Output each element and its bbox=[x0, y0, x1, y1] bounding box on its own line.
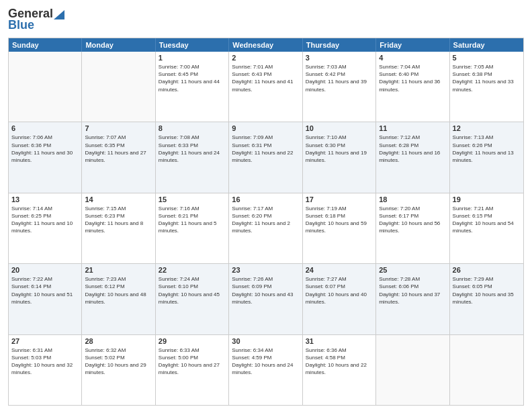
day-info: Sunrise: 6:32 AM Sunset: 5:02 PM Dayligh… bbox=[85, 347, 152, 377]
day-number: 22 bbox=[159, 266, 226, 274]
day-number: 9 bbox=[232, 124, 299, 132]
day-info: Sunrise: 7:09 AM Sunset: 6:31 PM Dayligh… bbox=[232, 134, 299, 164]
day-info: Sunrise: 6:34 AM Sunset: 4:59 PM Dayligh… bbox=[232, 347, 299, 377]
day-info: Sunrise: 7:07 AM Sunset: 6:35 PM Dayligh… bbox=[85, 134, 152, 164]
day-info: Sunrise: 6:33 AM Sunset: 5:00 PM Dayligh… bbox=[159, 347, 226, 377]
day-info: Sunrise: 7:29 AM Sunset: 6:05 PM Dayligh… bbox=[453, 275, 521, 306]
day-cell-14: 14Sunrise: 7:15 AM Sunset: 6:23 PM Dayli… bbox=[82, 193, 155, 263]
header-day-tuesday: Tuesday bbox=[156, 38, 229, 52]
logo-icon bbox=[54, 9, 64, 19]
calendar-body: 1Sunrise: 7:00 AM Sunset: 6:45 PM Daylig… bbox=[9, 52, 523, 405]
day-info: Sunrise: 7:03 AM Sunset: 6:42 PM Dayligh… bbox=[306, 63, 373, 93]
day-info: Sunrise: 7:22 AM Sunset: 6:14 PM Dayligh… bbox=[11, 275, 79, 306]
header-day-thursday: Thursday bbox=[303, 38, 376, 52]
day-cell-26: 26Sunrise: 7:29 AM Sunset: 6:05 PM Dayli… bbox=[450, 264, 523, 334]
day-info: Sunrise: 7:16 AM Sunset: 6:21 PM Dayligh… bbox=[159, 205, 226, 235]
calendar-row-1: 6Sunrise: 7:06 AM Sunset: 6:36 PM Daylig… bbox=[9, 122, 523, 192]
day-number: 15 bbox=[159, 195, 226, 203]
day-cell-9: 9Sunrise: 7:09 AM Sunset: 6:31 PM Daylig… bbox=[229, 122, 302, 192]
calendar-row-2: 13Sunrise: 7:14 AM Sunset: 6:25 PM Dayli… bbox=[9, 193, 523, 263]
empty-cell-4-5 bbox=[376, 335, 449, 405]
day-cell-4: 4Sunrise: 7:04 AM Sunset: 6:40 PM Daylig… bbox=[376, 52, 449, 122]
day-info: Sunrise: 6:36 AM Sunset: 4:58 PM Dayligh… bbox=[306, 347, 373, 377]
header-day-saturday: Saturday bbox=[450, 38, 523, 52]
svg-marker-0 bbox=[54, 10, 64, 19]
day-cell-7: 7Sunrise: 7:07 AM Sunset: 6:35 PM Daylig… bbox=[82, 122, 155, 192]
day-number: 16 bbox=[232, 195, 299, 203]
day-number: 1 bbox=[159, 54, 226, 62]
header-day-friday: Friday bbox=[376, 38, 449, 52]
day-number: 27 bbox=[11, 337, 79, 345]
day-info: Sunrise: 7:17 AM Sunset: 6:20 PM Dayligh… bbox=[232, 205, 299, 235]
day-number: 6 bbox=[11, 124, 79, 132]
day-number: 30 bbox=[232, 337, 299, 345]
day-cell-1: 1Sunrise: 7:00 AM Sunset: 6:45 PM Daylig… bbox=[156, 52, 229, 122]
day-cell-24: 24Sunrise: 7:27 AM Sunset: 6:07 PM Dayli… bbox=[303, 264, 376, 334]
day-cell-22: 22Sunrise: 7:24 AM Sunset: 6:10 PM Dayli… bbox=[156, 264, 229, 334]
day-number: 28 bbox=[85, 337, 152, 345]
day-cell-13: 13Sunrise: 7:14 AM Sunset: 6:25 PM Dayli… bbox=[9, 193, 82, 263]
day-info: Sunrise: 7:13 AM Sunset: 6:26 PM Dayligh… bbox=[453, 134, 521, 164]
day-cell-20: 20Sunrise: 7:22 AM Sunset: 6:14 PM Dayli… bbox=[9, 264, 82, 334]
day-info: Sunrise: 7:20 AM Sunset: 6:17 PM Dayligh… bbox=[379, 205, 446, 235]
day-info: Sunrise: 7:10 AM Sunset: 6:30 PM Dayligh… bbox=[306, 134, 373, 164]
day-cell-31: 31Sunrise: 6:36 AM Sunset: 4:58 PM Dayli… bbox=[303, 335, 376, 405]
day-number: 2 bbox=[232, 54, 299, 62]
calendar-row-4: 27Sunrise: 6:31 AM Sunset: 5:03 PM Dayli… bbox=[9, 334, 523, 405]
empty-cell-0-0 bbox=[9, 52, 82, 122]
day-number: 26 bbox=[453, 266, 521, 274]
calendar-header: SundayMondayTuesdayWednesdayThursdayFrid… bbox=[9, 38, 523, 52]
day-cell-8: 8Sunrise: 7:08 AM Sunset: 6:33 PM Daylig… bbox=[156, 122, 229, 192]
day-cell-17: 17Sunrise: 7:19 AM Sunset: 6:18 PM Dayli… bbox=[303, 193, 376, 263]
day-info: Sunrise: 7:08 AM Sunset: 6:33 PM Dayligh… bbox=[159, 134, 226, 164]
logo: General Blue bbox=[8, 7, 64, 32]
day-number: 7 bbox=[85, 124, 152, 132]
day-cell-10: 10Sunrise: 7:10 AM Sunset: 6:30 PM Dayli… bbox=[303, 122, 376, 192]
day-number: 20 bbox=[11, 266, 79, 274]
day-info: Sunrise: 7:05 AM Sunset: 6:38 PM Dayligh… bbox=[453, 63, 521, 93]
calendar-row-0: 1Sunrise: 7:00 AM Sunset: 6:45 PM Daylig… bbox=[9, 52, 523, 122]
day-cell-6: 6Sunrise: 7:06 AM Sunset: 6:36 PM Daylig… bbox=[9, 122, 82, 192]
day-cell-12: 12Sunrise: 7:13 AM Sunset: 6:26 PM Dayli… bbox=[450, 122, 523, 192]
day-info: Sunrise: 7:04 AM Sunset: 6:40 PM Dayligh… bbox=[379, 63, 446, 93]
day-cell-2: 2Sunrise: 7:01 AM Sunset: 6:43 PM Daylig… bbox=[229, 52, 302, 122]
day-number: 29 bbox=[159, 337, 226, 345]
day-info: Sunrise: 7:28 AM Sunset: 6:06 PM Dayligh… bbox=[379, 275, 446, 306]
day-cell-18: 18Sunrise: 7:20 AM Sunset: 6:17 PM Dayli… bbox=[376, 193, 449, 263]
day-info: Sunrise: 7:26 AM Sunset: 6:09 PM Dayligh… bbox=[232, 275, 299, 306]
day-info: Sunrise: 7:01 AM Sunset: 6:43 PM Dayligh… bbox=[232, 63, 299, 93]
day-number: 13 bbox=[11, 195, 79, 203]
day-info: Sunrise: 7:19 AM Sunset: 6:18 PM Dayligh… bbox=[306, 205, 373, 235]
day-number: 19 bbox=[453, 195, 521, 203]
day-number: 11 bbox=[379, 124, 446, 132]
day-number: 10 bbox=[306, 124, 373, 132]
day-info: Sunrise: 7:14 AM Sunset: 6:25 PM Dayligh… bbox=[11, 205, 79, 235]
day-number: 31 bbox=[306, 337, 373, 345]
day-cell-30: 30Sunrise: 6:34 AM Sunset: 4:59 PM Dayli… bbox=[229, 335, 302, 405]
day-number: 5 bbox=[453, 54, 521, 62]
day-info: Sunrise: 7:15 AM Sunset: 6:23 PM Dayligh… bbox=[85, 205, 152, 235]
day-cell-3: 3Sunrise: 7:03 AM Sunset: 6:42 PM Daylig… bbox=[303, 52, 376, 122]
day-number: 12 bbox=[453, 124, 521, 132]
day-info: Sunrise: 7:12 AM Sunset: 6:28 PM Dayligh… bbox=[379, 134, 446, 164]
header-day-sunday: Sunday bbox=[9, 38, 82, 52]
day-number: 21 bbox=[85, 266, 152, 274]
calendar: SundayMondayTuesdayWednesdayThursdayFrid… bbox=[8, 38, 524, 406]
day-cell-5: 5Sunrise: 7:05 AM Sunset: 6:38 PM Daylig… bbox=[450, 52, 523, 122]
logo-blue-text: Blue bbox=[8, 18, 34, 32]
day-cell-11: 11Sunrise: 7:12 AM Sunset: 6:28 PM Dayli… bbox=[376, 122, 449, 192]
day-info: Sunrise: 7:24 AM Sunset: 6:10 PM Dayligh… bbox=[159, 275, 226, 306]
day-number: 18 bbox=[379, 195, 446, 203]
day-info: Sunrise: 7:23 AM Sunset: 6:12 PM Dayligh… bbox=[85, 275, 152, 306]
header-day-monday: Monday bbox=[82, 38, 155, 52]
day-number: 14 bbox=[85, 195, 152, 203]
day-number: 4 bbox=[379, 54, 446, 62]
day-cell-19: 19Sunrise: 7:21 AM Sunset: 6:15 PM Dayli… bbox=[450, 193, 523, 263]
day-cell-15: 15Sunrise: 7:16 AM Sunset: 6:21 PM Dayli… bbox=[156, 193, 229, 263]
day-number: 24 bbox=[306, 266, 373, 274]
empty-cell-0-1 bbox=[82, 52, 155, 122]
day-cell-27: 27Sunrise: 6:31 AM Sunset: 5:03 PM Dayli… bbox=[9, 335, 82, 405]
day-number: 23 bbox=[232, 266, 299, 274]
header-day-wednesday: Wednesday bbox=[229, 38, 302, 52]
day-cell-25: 25Sunrise: 7:28 AM Sunset: 6:06 PM Dayli… bbox=[376, 264, 449, 334]
